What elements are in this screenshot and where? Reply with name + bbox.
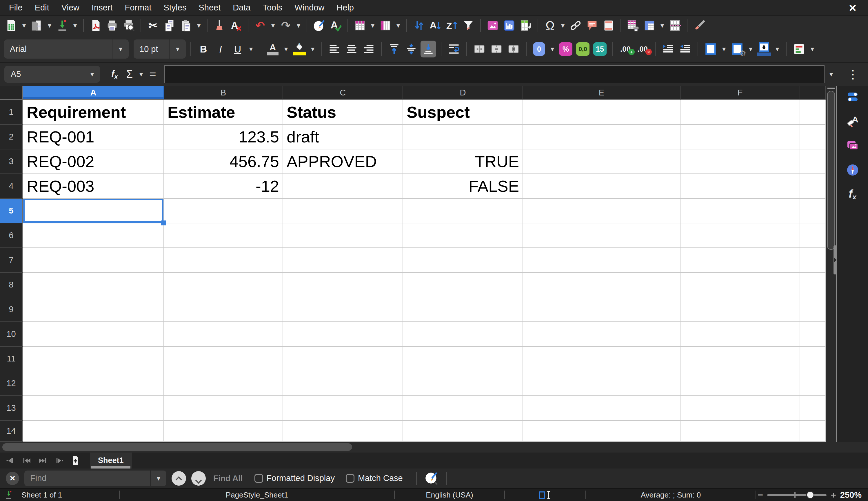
cell-F8[interactable]	[681, 273, 800, 297]
cell-D13[interactable]	[403, 396, 523, 420]
zoom-slider-thumb[interactable]	[806, 491, 814, 499]
freeze-panes-button[interactable]	[642, 17, 657, 34]
special-character-button[interactable]: Ω	[542, 17, 558, 34]
cell-D9[interactable]	[403, 297, 523, 322]
cell-B6[interactable]	[164, 223, 283, 248]
export-pdf-button[interactable]	[88, 17, 103, 34]
auto-spellcheck-button[interactable]: A	[328, 17, 343, 34]
cell-A10[interactable]	[23, 322, 164, 347]
conditional-formatting-dropdown[interactable]: ▾	[808, 45, 816, 53]
menu-data[interactable]: Data	[227, 2, 256, 14]
cell-C8[interactable]	[283, 273, 403, 297]
cell-A7[interactable]	[23, 248, 164, 273]
cell-D6[interactable]	[403, 223, 523, 248]
cell-E9[interactable]	[523, 297, 681, 322]
format-number-button[interactable]: 0,0	[575, 41, 591, 57]
borders-button[interactable]	[703, 41, 718, 57]
page-style[interactable]: PageStyle_Sheet1	[120, 491, 394, 500]
cell-C10[interactable]	[283, 322, 403, 347]
menu-view[interactable]: View	[55, 2, 86, 14]
draw-functions-button[interactable]	[692, 17, 707, 34]
cell-F5[interactable]	[681, 199, 800, 223]
menu-tools[interactable]: Tools	[256, 2, 288, 14]
last-sheet-button[interactable]	[53, 455, 65, 467]
menu-styles[interactable]: Styles	[157, 2, 193, 14]
align-bottom-button[interactable]	[420, 41, 436, 57]
font-color-dropdown[interactable]: ▾	[282, 45, 290, 53]
cell-D5[interactable]	[403, 199, 523, 223]
cell-C9[interactable]	[283, 297, 403, 322]
font-name-combo[interactable]: Arial ▾	[4, 40, 129, 58]
cell-F2[interactable]	[681, 125, 800, 149]
cell-A1[interactable]: Requirement	[23, 100, 164, 125]
cell-B5[interactable]	[164, 199, 283, 223]
cell-C7[interactable]	[283, 248, 403, 273]
cell-F6[interactable]	[681, 223, 800, 248]
cell-A2[interactable]: REQ-001	[23, 125, 164, 149]
cell-partial4[interactable]	[800, 174, 826, 199]
open-dropdown[interactable]: ▾	[45, 21, 54, 30]
cell-C3[interactable]: APPROVED	[283, 149, 403, 174]
name-box-dropdown[interactable]: ▾	[88, 70, 96, 78]
cell-partial5[interactable]	[800, 199, 826, 223]
find-previous-button[interactable]	[172, 471, 186, 486]
paste-button[interactable]	[178, 17, 194, 34]
cell-F1[interactable]	[681, 100, 800, 125]
cell-B4[interactable]: -12	[164, 174, 283, 199]
cell-A8[interactable]	[23, 273, 164, 297]
menu-window[interactable]: Window	[288, 2, 330, 14]
cell-partial2[interactable]	[800, 125, 826, 149]
freeze-panes-dropdown[interactable]: ▾	[658, 21, 666, 30]
first-sheet-button[interactable]	[4, 455, 16, 467]
cell-partial6[interactable]	[800, 223, 826, 248]
close-find-bar-icon[interactable]: ×	[6, 472, 19, 485]
background-color-button[interactable]	[756, 41, 772, 57]
cell-B11[interactable]	[164, 347, 283, 371]
cell-B10[interactable]	[164, 322, 283, 347]
column-header-C[interactable]: C	[283, 86, 403, 100]
sidebar-properties-icon[interactable]	[846, 90, 860, 104]
conditional-formatting-button[interactable]	[791, 41, 807, 57]
cell-D8[interactable]	[403, 273, 523, 297]
cell-A4[interactable]: REQ-003	[23, 174, 164, 199]
underline-dropdown[interactable]: ▾	[247, 45, 255, 53]
cell-F10[interactable]	[681, 322, 800, 347]
align-center-button[interactable]	[344, 41, 359, 57]
cell-partial7[interactable]	[800, 248, 826, 273]
cell-D10[interactable]	[403, 322, 523, 347]
special-character-dropdown[interactable]: ▾	[559, 21, 567, 30]
cell-E5[interactable]	[523, 199, 681, 223]
cell-D7[interactable]	[403, 248, 523, 273]
save-dropdown[interactable]: ▾	[71, 21, 79, 30]
find-dropdown[interactable]: ▾	[154, 474, 163, 482]
pivot-table-button[interactable]	[518, 17, 534, 34]
cell-C2[interactable]: draft	[283, 125, 403, 149]
close-icon[interactable]: ×	[840, 1, 865, 14]
cell-partial3[interactable]	[800, 149, 826, 174]
document-modified-icon[interactable]	[4, 490, 14, 500]
column-header-partial[interactable]	[800, 86, 826, 100]
fill-handle[interactable]	[161, 221, 166, 225]
insert-column-dropdown[interactable]: ▾	[394, 21, 402, 30]
cell-D3[interactable]: TRUE	[403, 149, 523, 174]
save-button[interactable]	[54, 17, 70, 34]
insert-chart-button[interactable]	[502, 17, 517, 34]
autofilter-button[interactable]	[461, 17, 476, 34]
cell-B9[interactable]	[164, 297, 283, 322]
align-right-button[interactable]	[361, 41, 376, 57]
background-color-dropdown[interactable]: ▾	[773, 45, 781, 53]
cell-A3[interactable]: REQ-002	[23, 149, 164, 174]
format-currency-button[interactable]: 0	[531, 41, 547, 57]
hyperlink-button[interactable]	[568, 17, 583, 34]
select-all-corner[interactable]	[0, 86, 23, 100]
vertical-scrollbar-thumb[interactable]	[827, 91, 835, 250]
row-header-8[interactable]: 8	[0, 273, 23, 297]
row-header-3[interactable]: 3	[0, 149, 23, 174]
cut-button[interactable]: ✂	[145, 17, 161, 34]
new-document-button[interactable]	[3, 17, 19, 34]
cell-partial8[interactable]	[800, 273, 826, 297]
cell-E2[interactable]	[523, 125, 681, 149]
cell-partial13[interactable]	[800, 396, 826, 420]
borders-dropdown[interactable]: ▾	[720, 45, 728, 53]
cell-C11[interactable]	[283, 347, 403, 371]
